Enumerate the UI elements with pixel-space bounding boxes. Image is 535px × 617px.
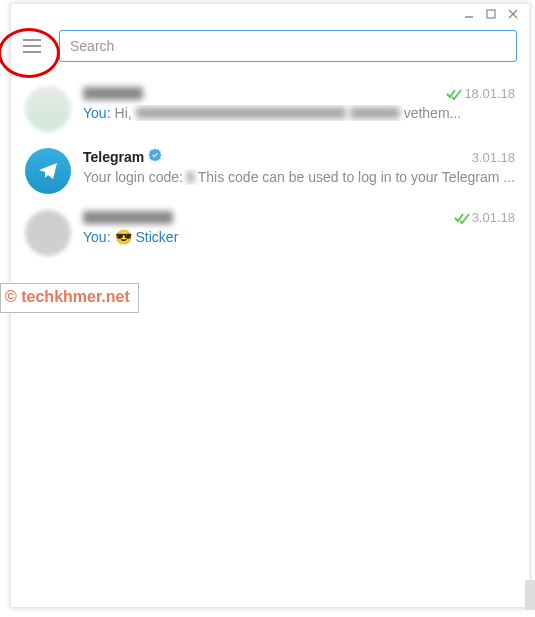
chat-name-text: Telegram	[83, 149, 144, 165]
chat-item[interactable]: 18.01.18 You: Hi, vethem...	[11, 78, 529, 140]
chat-body: Telegram 3.01.18 Your login code: This c…	[83, 148, 515, 194]
chat-preview: You: Hi, vethem...	[83, 105, 515, 121]
close-button[interactable]	[507, 8, 519, 20]
chat-list: 18.01.18 You: Hi, vethem... Te	[11, 74, 529, 268]
avatar	[25, 86, 71, 132]
emoji-icon: 😎	[115, 229, 132, 245]
minimize-button[interactable]	[463, 8, 475, 20]
you-prefix: You:	[83, 229, 111, 245]
msg-text: This code can be used to log in to your …	[198, 169, 515, 185]
watermark: © techkhmer.net	[0, 283, 139, 313]
chat-name: Telegram	[83, 148, 162, 165]
hamburger-icon	[23, 51, 41, 53]
chat-date: 3.01.18	[472, 210, 515, 225]
chat-body: 3.01.18 You: 😎 Sticker	[83, 210, 515, 256]
chat-item[interactable]: 3.01.18 You: 😎 Sticker	[11, 202, 529, 264]
search-bar-row	[11, 24, 529, 74]
sticker-label: Sticker	[136, 229, 179, 245]
hamburger-icon	[23, 45, 41, 47]
chat-name	[83, 87, 143, 100]
verified-icon	[148, 148, 162, 165]
maximize-button[interactable]	[485, 8, 497, 20]
read-checks-icon	[454, 212, 470, 224]
window-titlebar	[11, 4, 529, 24]
read-checks-icon	[446, 88, 462, 100]
chat-preview: Your login code: This code can be used t…	[83, 169, 515, 185]
chat-meta: 3.01.18	[454, 210, 515, 225]
chat-meta: 18.01.18	[446, 86, 515, 101]
chat-preview: You: 😎 Sticker	[83, 229, 515, 245]
svg-rect-1	[487, 10, 495, 18]
menu-button[interactable]	[23, 34, 47, 58]
hamburger-icon	[23, 39, 41, 41]
msg-text: Hi,	[115, 105, 132, 121]
msg-text: Your login code:	[83, 169, 183, 185]
chat-name	[83, 211, 173, 224]
avatar	[25, 210, 71, 256]
avatar	[25, 148, 71, 194]
msg-text: vethem...	[404, 105, 462, 121]
search-input[interactable]	[59, 30, 517, 62]
chat-date: 18.01.18	[464, 86, 515, 101]
chat-item[interactable]: Telegram 3.01.18 Your login code: This c…	[11, 140, 529, 202]
you-prefix: You:	[83, 105, 111, 121]
telegram-icon	[36, 159, 60, 183]
scrollbar[interactable]	[525, 580, 535, 610]
chat-meta: 3.01.18	[472, 150, 515, 165]
chat-date: 3.01.18	[472, 150, 515, 165]
chat-body: 18.01.18 You: Hi, vethem...	[83, 86, 515, 132]
